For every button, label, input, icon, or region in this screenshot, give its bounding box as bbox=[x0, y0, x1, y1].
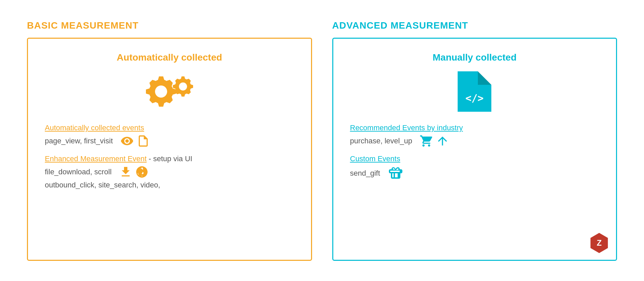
recommended-events-link[interactable]: Recommended Events by industry bbox=[350, 124, 600, 132]
basic-section-title: BASIC MEASUREMENT bbox=[27, 20, 312, 31]
file-icon bbox=[136, 134, 150, 148]
auto-events-link[interactable]: Automatically collected events bbox=[45, 124, 294, 132]
recommended-events-text: purchase, level_up bbox=[350, 137, 412, 145]
advanced-section-title: ADVANCED MEASUREMENT bbox=[332, 20, 617, 31]
gear-small-icon bbox=[173, 76, 193, 97]
auto-events-text: page_view, first_visit bbox=[45, 137, 113, 145]
custom-events-link[interactable]: Custom Events bbox=[350, 154, 600, 163]
basic-card: Automatically collected Automatically co… bbox=[27, 38, 312, 261]
auto-events-group: Automatically collected events page_view… bbox=[45, 124, 294, 148]
download-icon bbox=[119, 165, 132, 179]
eye-icon bbox=[120, 134, 134, 148]
code-file-icon: </> bbox=[458, 71, 491, 112]
basic-card-header: Automatically collected bbox=[45, 52, 294, 113]
recommended-events-group: Recommended Events by industry purchase,… bbox=[350, 124, 600, 148]
enhanced-events-icons bbox=[119, 165, 149, 179]
enhanced-events-link[interactable]: Enhanced Measurement Event bbox=[45, 154, 147, 163]
enhanced-events-link-line: Enhanced Measurement Event - setup via U… bbox=[45, 154, 294, 163]
zap-badge: Z bbox=[589, 233, 609, 253]
basic-card-content: Automatically collected events page_view… bbox=[45, 124, 294, 189]
arrow-up-icon bbox=[436, 134, 449, 148]
enhanced-events-text2: outbound_click, site_search, video, bbox=[45, 181, 160, 189]
enhanced-events-suffix: - setup via UI bbox=[149, 154, 192, 163]
svg-text:</>: </> bbox=[465, 92, 484, 104]
advanced-card-content: Recommended Events by industry purchase,… bbox=[350, 124, 600, 181]
basic-card-title: Automatically collected bbox=[45, 52, 294, 63]
basic-section: BASIC MEASUREMENT Automatically collecte… bbox=[27, 20, 312, 261]
auto-events-icons bbox=[120, 134, 150, 148]
main-container: BASIC MEASUREMENT Automatically collecte… bbox=[0, 0, 644, 281]
custom-events-icons bbox=[388, 165, 404, 181]
advanced-card-title: Manually collected bbox=[350, 52, 600, 63]
enhanced-events-desc1: file_download, scroll bbox=[45, 165, 294, 179]
code-file-illustration: </> bbox=[350, 70, 600, 113]
gift-icon bbox=[388, 165, 404, 181]
auto-events-description: page_view, first_visit bbox=[45, 134, 294, 148]
enhanced-events-group: Enhanced Measurement Event - setup via U… bbox=[45, 154, 294, 189]
enhanced-events-text1: file_download, scroll bbox=[45, 168, 112, 176]
custom-events-description: send_gift bbox=[350, 165, 600, 181]
gear-big-icon bbox=[146, 76, 176, 107]
recommended-events-description: purchase, level_up bbox=[350, 134, 600, 148]
svg-marker-0 bbox=[478, 71, 491, 85]
custom-events-text: send_gift bbox=[350, 169, 380, 178]
enhanced-events-desc2: outbound_click, site_search, video, bbox=[45, 181, 294, 189]
advanced-card-header: Manually collected </> bbox=[350, 52, 600, 113]
cart-icon bbox=[420, 134, 433, 148]
advanced-card: Manually collected </> Recommended Event… bbox=[332, 38, 617, 261]
advanced-section: ADVANCED MEASUREMENT Manually collected … bbox=[332, 20, 617, 261]
custom-events-group: Custom Events send_gift bbox=[350, 154, 600, 181]
recommended-events-icons bbox=[420, 134, 449, 148]
crosshair-icon bbox=[135, 165, 149, 179]
gears-illustration bbox=[45, 70, 294, 113]
